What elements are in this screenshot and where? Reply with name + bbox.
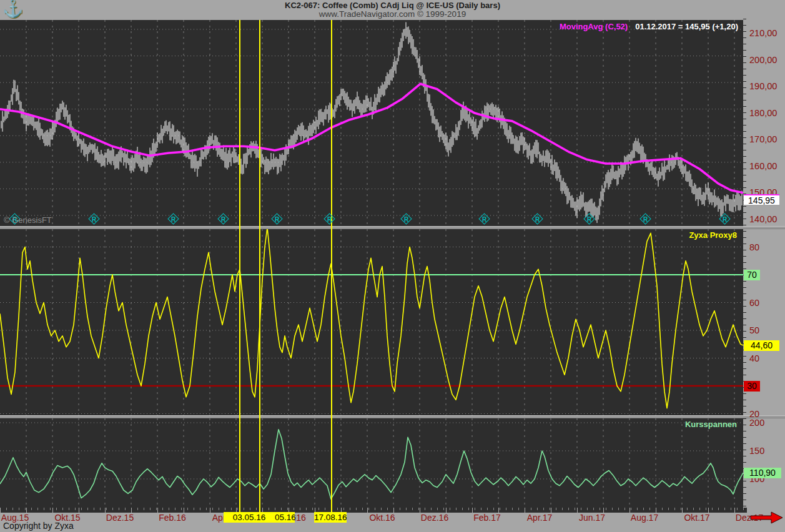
y-axis-label: 200 <box>749 418 764 428</box>
genesis-watermark: © GenesisFT <box>4 215 52 225</box>
y-axis-label: 140,00 <box>749 214 777 224</box>
y-axis-label: 180,00 <box>749 108 777 118</box>
value-box: 44,60 <box>744 340 779 351</box>
event-date-line[interactable] <box>239 20 240 512</box>
y-axis-label: 50 <box>749 325 759 335</box>
y-axis-label: 40 <box>749 353 759 363</box>
x-axis-label: Okt.16 <box>369 513 395 523</box>
x-axis: Aug.15Okt.15Dez.15Feb.16Apr.16.16Okt.16D… <box>0 512 785 523</box>
last-quote-label: 01.12.2017 = 145,95 (+1,20) <box>635 22 738 31</box>
x-axis-label: Feb.17 <box>473 513 501 523</box>
indicator-legend: MovingAvg (C,52) 01.12.2017 = 145,95 (+1… <box>560 22 738 31</box>
value-box: 70 <box>744 270 760 280</box>
y-axis-label: 150 <box>749 446 764 456</box>
panel-separator[interactable] <box>0 226 785 229</box>
trade-navigator-window: ⚓ KC2-067: Coffee (Comb) CAdj Liq @ ICE-… <box>0 0 785 532</box>
x-axis-label: Feb.16 <box>159 513 186 523</box>
value-box: 110,90 <box>744 468 781 478</box>
x-axis-label: Dez.16 <box>421 513 448 523</box>
copyright-text: Copyright by Zyxa <box>3 521 74 531</box>
chart-subtitle: www.TradeNavigator.com © 1999-2019 <box>0 10 785 19</box>
chart-header: KC2-067: Coffee (Comb) CAdj Liq @ ICE-US… <box>0 0 785 19</box>
value-box: 30 <box>744 381 760 392</box>
highlighted-date-box[interactable]: 03.05.16 <box>224 512 275 523</box>
red-right-arrow-icon[interactable] <box>750 511 784 525</box>
panel-separator[interactable] <box>0 415 785 418</box>
event-date-line[interactable] <box>331 20 332 512</box>
y-axis-label: 80 <box>749 242 759 252</box>
highlighted-date-box[interactable]: 17.08.16 <box>314 512 347 523</box>
event-date-line[interactable] <box>259 20 260 512</box>
proxy8-panel[interactable]: Zyxa Proxy8 <box>0 229 743 415</box>
value-box: 145,95 <box>744 194 779 205</box>
movingavg-label[interactable]: MovingAvg (C,52) <box>560 22 628 31</box>
price-axis[interactable]: 210,00200,00190,00180,00170,00160,00150,… <box>743 19 785 512</box>
y-axis-label: 210,00 <box>749 28 777 38</box>
y-axis-label: 170,00 <box>749 134 777 144</box>
x-axis-label: Dez.15 <box>106 513 134 523</box>
y-axis-label: 190,00 <box>749 81 777 91</box>
y-axis-tick-strip <box>743 19 746 512</box>
y-axis-label: 160,00 <box>749 161 777 171</box>
gold-anchor-icon[interactable]: ⚓ <box>2 0 24 19</box>
highlighted-date-box[interactable]: 05.16 <box>275 512 295 523</box>
kursspannen-panel-label: Kursspannen <box>685 420 737 429</box>
x-axis-label: Aug.17 <box>631 513 658 523</box>
y-axis-label: 200,00 <box>749 55 777 65</box>
price-panel[interactable]: MovingAvg (C,52) 01.12.2017 = 145,95 (+1… <box>0 20 743 226</box>
x-axis-label: Okt.17 <box>684 513 709 523</box>
kursspannen-panel[interactable]: Kursspannen <box>0 418 743 508</box>
x-axis-label: Jun.17 <box>579 513 605 523</box>
x-axis-label: Apr.17 <box>527 513 552 523</box>
y-axis-label: 60 <box>749 298 759 308</box>
proxy8-panel-label: Zyxa Proxy8 <box>689 230 737 240</box>
chart-title: KC2-067: Coffee (Comb) CAdj Liq @ ICE-US… <box>0 0 785 10</box>
